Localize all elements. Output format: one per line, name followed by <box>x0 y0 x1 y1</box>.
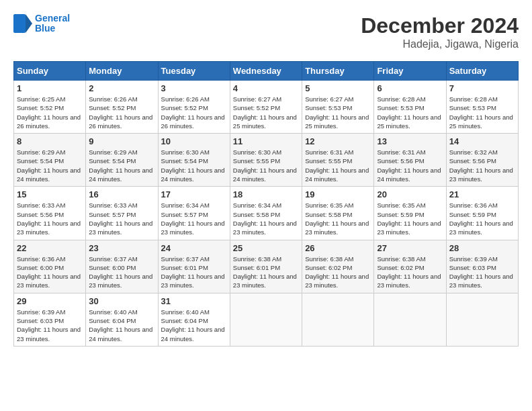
calendar-cell: 9 Sunrise: 6:29 AM Sunset: 5:54 PM Dayli… <box>86 134 158 187</box>
day-info: Sunrise: 6:36 AM Sunset: 6:00 PM Dayligh… <box>17 255 83 290</box>
calendar-cell: 27 Sunrise: 6:38 AM Sunset: 6:02 PM Dayl… <box>374 240 446 293</box>
day-number: 10 <box>161 136 227 146</box>
calendar-cell: 18 Sunrise: 6:34 AM Sunset: 5:58 PM Dayl… <box>230 187 302 240</box>
day-number: 29 <box>17 296 83 306</box>
calendar-cell <box>302 293 374 346</box>
weekday-header-row: SundayMondayTuesdayWednesdayThursdayFrid… <box>14 62 519 81</box>
calendar-cell: 11 Sunrise: 6:30 AM Sunset: 5:55 PM Dayl… <box>230 134 302 187</box>
day-info: Sunrise: 6:35 AM Sunset: 5:59 PM Dayligh… <box>377 201 443 236</box>
weekday-header: Thursday <box>302 62 374 81</box>
day-info: Sunrise: 6:37 AM Sunset: 6:01 PM Dayligh… <box>161 255 227 290</box>
logo-graphic: General Blue <box>13 13 70 34</box>
calendar-cell: 21 Sunrise: 6:36 AM Sunset: 5:59 PM Dayl… <box>446 187 518 240</box>
svg-marker-1 <box>26 14 32 33</box>
day-number: 31 <box>161 296 227 306</box>
location: Hadejia, Jigawa, Nigeria <box>361 38 519 50</box>
day-number: 27 <box>377 243 443 253</box>
day-info: Sunrise: 6:34 AM Sunset: 5:58 PM Dayligh… <box>233 201 299 236</box>
calendar-cell: 7 Sunrise: 6:28 AM Sunset: 5:53 PM Dayli… <box>446 81 518 134</box>
month-title: December 2024 <box>361 13 519 38</box>
day-info: Sunrise: 6:30 AM Sunset: 5:55 PM Dayligh… <box>233 148 299 183</box>
logo-wordmark: General Blue <box>35 13 70 34</box>
calendar-cell: 12 Sunrise: 6:31 AM Sunset: 5:55 PM Dayl… <box>302 134 374 187</box>
calendar-cell: 14 Sunrise: 6:32 AM Sunset: 5:56 PM Dayl… <box>446 134 518 187</box>
calendar-cell: 23 Sunrise: 6:37 AM Sunset: 6:00 PM Dayl… <box>86 240 158 293</box>
day-number: 21 <box>449 189 515 199</box>
day-number: 3 <box>161 83 227 93</box>
day-number: 14 <box>449 136 515 146</box>
weekday-header: Friday <box>374 62 446 81</box>
day-number: 7 <box>449 83 515 93</box>
day-number: 18 <box>233 189 299 199</box>
day-number: 23 <box>89 243 154 253</box>
day-number: 2 <box>89 83 154 93</box>
calendar-table: SundayMondayTuesdayWednesdayThursdayFrid… <box>13 61 519 347</box>
day-number: 9 <box>89 136 154 146</box>
calendar-cell <box>230 293 302 346</box>
day-info: Sunrise: 6:31 AM Sunset: 5:56 PM Dayligh… <box>377 148 443 183</box>
calendar-cell: 3 Sunrise: 6:26 AM Sunset: 5:52 PM Dayli… <box>158 81 230 134</box>
calendar-week-row: 15 Sunrise: 6:33 AM Sunset: 5:56 PM Dayl… <box>14 187 519 240</box>
weekday-header: Saturday <box>446 62 518 81</box>
calendar-cell: 8 Sunrise: 6:29 AM Sunset: 5:54 PM Dayli… <box>14 134 86 187</box>
svg-rect-0 <box>13 14 26 33</box>
day-info: Sunrise: 6:38 AM Sunset: 6:02 PM Dayligh… <box>305 255 371 290</box>
day-info: Sunrise: 6:40 AM Sunset: 6:04 PM Dayligh… <box>161 308 227 343</box>
calendar-cell: 24 Sunrise: 6:37 AM Sunset: 6:01 PM Dayl… <box>158 240 230 293</box>
day-info: Sunrise: 6:40 AM Sunset: 6:04 PM Dayligh… <box>89 308 154 343</box>
day-number: 15 <box>17 189 83 199</box>
day-number: 16 <box>89 189 154 199</box>
day-number: 20 <box>377 189 443 199</box>
day-number: 19 <box>305 189 371 199</box>
calendar-cell: 19 Sunrise: 6:35 AM Sunset: 5:58 PM Dayl… <box>302 187 374 240</box>
day-number: 22 <box>17 243 83 253</box>
day-number: 13 <box>377 136 443 146</box>
day-info: Sunrise: 6:38 AM Sunset: 6:02 PM Dayligh… <box>377 255 443 290</box>
title-section: December 2024 Hadejia, Jigawa, Nigeria <box>361 13 519 50</box>
calendar-cell <box>446 293 518 346</box>
calendar-cell: 29 Sunrise: 6:39 AM Sunset: 6:03 PM Dayl… <box>14 293 86 346</box>
calendar-cell: 16 Sunrise: 6:33 AM Sunset: 5:57 PM Dayl… <box>86 187 158 240</box>
calendar-week-row: 29 Sunrise: 6:39 AM Sunset: 6:03 PM Dayl… <box>14 293 519 346</box>
calendar-week-row: 22 Sunrise: 6:36 AM Sunset: 6:00 PM Dayl… <box>14 240 519 293</box>
day-info: Sunrise: 6:34 AM Sunset: 5:57 PM Dayligh… <box>161 201 227 236</box>
day-info: Sunrise: 6:29 AM Sunset: 5:54 PM Dayligh… <box>89 148 154 183</box>
logo: General Blue <box>13 13 70 34</box>
logo-shape-icon <box>13 14 32 33</box>
day-number: 17 <box>161 189 227 199</box>
day-number: 12 <box>305 136 371 146</box>
calendar-cell <box>374 293 446 346</box>
calendar-cell: 15 Sunrise: 6:33 AM Sunset: 5:56 PM Dayl… <box>14 187 86 240</box>
day-info: Sunrise: 6:39 AM Sunset: 6:03 PM Dayligh… <box>17 308 83 343</box>
page-header: General Blue December 2024 Hadejia, Jiga… <box>13 13 519 50</box>
day-info: Sunrise: 6:26 AM Sunset: 5:52 PM Dayligh… <box>89 95 154 130</box>
day-number: 6 <box>377 83 443 93</box>
day-info: Sunrise: 6:37 AM Sunset: 6:00 PM Dayligh… <box>89 255 154 290</box>
day-number: 5 <box>305 83 371 93</box>
day-info: Sunrise: 6:25 AM Sunset: 5:52 PM Dayligh… <box>17 95 83 130</box>
calendar-cell: 6 Sunrise: 6:28 AM Sunset: 5:53 PM Dayli… <box>374 81 446 134</box>
day-number: 28 <box>449 243 515 253</box>
day-number: 4 <box>233 83 299 93</box>
calendar-cell: 5 Sunrise: 6:27 AM Sunset: 5:53 PM Dayli… <box>302 81 374 134</box>
calendar-cell: 17 Sunrise: 6:34 AM Sunset: 5:57 PM Dayl… <box>158 187 230 240</box>
day-info: Sunrise: 6:35 AM Sunset: 5:58 PM Dayligh… <box>305 201 371 236</box>
calendar-cell: 31 Sunrise: 6:40 AM Sunset: 6:04 PM Dayl… <box>158 293 230 346</box>
day-info: Sunrise: 6:28 AM Sunset: 5:53 PM Dayligh… <box>377 95 443 130</box>
calendar-cell: 25 Sunrise: 6:38 AM Sunset: 6:01 PM Dayl… <box>230 240 302 293</box>
day-number: 8 <box>17 136 83 146</box>
calendar-week-row: 1 Sunrise: 6:25 AM Sunset: 5:52 PM Dayli… <box>14 81 519 134</box>
day-info: Sunrise: 6:32 AM Sunset: 5:56 PM Dayligh… <box>449 148 515 183</box>
day-info: Sunrise: 6:38 AM Sunset: 6:01 PM Dayligh… <box>233 255 299 290</box>
day-info: Sunrise: 6:36 AM Sunset: 5:59 PM Dayligh… <box>449 201 515 236</box>
day-info: Sunrise: 6:33 AM Sunset: 5:57 PM Dayligh… <box>89 201 154 236</box>
calendar-cell: 4 Sunrise: 6:27 AM Sunset: 5:52 PM Dayli… <box>230 81 302 134</box>
weekday-header: Monday <box>86 62 158 81</box>
day-number: 11 <box>233 136 299 146</box>
calendar-cell: 10 Sunrise: 6:30 AM Sunset: 5:54 PM Dayl… <box>158 134 230 187</box>
day-number: 25 <box>233 243 299 253</box>
calendar-cell: 20 Sunrise: 6:35 AM Sunset: 5:59 PM Dayl… <box>374 187 446 240</box>
day-number: 26 <box>305 243 371 253</box>
day-info: Sunrise: 6:27 AM Sunset: 5:53 PM Dayligh… <box>305 95 371 130</box>
weekday-header: Tuesday <box>158 62 230 81</box>
